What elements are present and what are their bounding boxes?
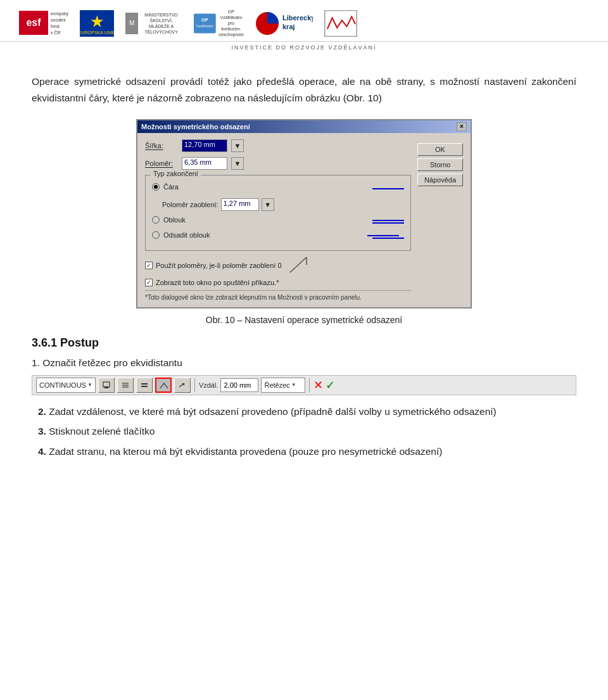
dialog-body: Šířka: 12,70 mm ▼ Poloměr: 6,35 mm ▼ T bbox=[137, 133, 471, 307]
cara-radio-dot bbox=[152, 183, 160, 191]
svg-rect-3 bbox=[194, 13, 216, 33]
steps-list: 2. Zadat vzdálenost, ve které má být ods… bbox=[38, 403, 576, 461]
intro-paragraph: Operace symetrické odsazení provádí toté… bbox=[32, 73, 576, 106]
eu-logo: ★ EVROPSKÁ UNIE bbox=[80, 10, 114, 37]
odsadit-label: Odsadit oblouk bbox=[163, 231, 210, 239]
lines-button[interactable] bbox=[117, 378, 134, 393]
retezec-value: Řetězec bbox=[264, 381, 289, 389]
cara-label: Čára bbox=[163, 183, 179, 191]
sirka-label: Šířka: bbox=[145, 142, 178, 150]
svg-text:Liberecký: Liberecký bbox=[282, 14, 313, 22]
wave-logo bbox=[324, 10, 357, 37]
main-content: Operace symetrické odsazení provádí toté… bbox=[0, 56, 608, 476]
step-2-number: 2. bbox=[38, 406, 46, 417]
checkbox-zobrazit-box[interactable]: ✓ bbox=[145, 279, 153, 286]
step-3-text: Stisknout zelené tlačítko bbox=[49, 426, 155, 436]
dialog-note: *Toto dialogové okno lze zobrazit klepnu… bbox=[145, 290, 411, 301]
svg-line-10 bbox=[290, 257, 307, 272]
svg-text:EVROPSKÁ UNIE: EVROPSKÁ UNIE bbox=[80, 30, 114, 35]
offset-button[interactable] bbox=[155, 378, 172, 393]
polomer-label: Poloměr: bbox=[145, 160, 178, 167]
polomer-input[interactable]: 6,35 mm bbox=[182, 157, 227, 170]
sirka-input[interactable]: 12,70 mm bbox=[182, 139, 227, 152]
group-legend: Typ zakončení bbox=[151, 170, 201, 177]
napoveda-button[interactable]: Nápověda bbox=[417, 174, 463, 186]
brush-button[interactable] bbox=[98, 378, 115, 393]
svg-rect-12 bbox=[103, 382, 110, 387]
odsadit-preview bbox=[367, 235, 404, 239]
checkbox-zobrazit[interactable]: ✓ Zobrazit toto okno po spuštění příkazu… bbox=[145, 279, 411, 286]
step-3: 3. Stisknout zelené tlačítko bbox=[38, 423, 576, 440]
svg-text:OP: OP bbox=[201, 17, 208, 23]
typ-zakonceni-group: Typ zakončení Čára bbox=[145, 175, 411, 251]
oblouk-radio[interactable]: Oblouk bbox=[152, 216, 186, 224]
section-heading: 3.6.1 Postup bbox=[32, 336, 576, 350]
logos-container: esf evropskýsociálnífondv ČR ★ EVROPSKÁ … bbox=[19, 9, 357, 37]
page-header: esf evropskýsociálnífondv ČR ★ EVROPSKÁ … bbox=[0, 0, 608, 42]
continuous-value: CONTINUOUS bbox=[39, 381, 86, 389]
sirka-row: Šířka: 12,70 mm ▼ bbox=[145, 139, 411, 152]
dialog-window: Možnosti symetrického odsazení × Šířka: … bbox=[136, 119, 472, 309]
continuous-arrow: ▼ bbox=[87, 382, 92, 388]
double-line-button[interactable] bbox=[136, 378, 153, 393]
step-4: 4. Zadat stranu, na kterou má být ekvidi… bbox=[38, 443, 576, 461]
ok-button[interactable]: OK bbox=[417, 143, 463, 156]
dialog-title: Možnosti symetrického odsazení bbox=[141, 123, 250, 130]
cara-radio[interactable]: Čára bbox=[152, 183, 179, 191]
arrow-button[interactable] bbox=[174, 378, 191, 393]
dialog-left-panel: Šířka: 12,70 mm ▼ Poloměr: 6,35 mm ▼ T bbox=[145, 139, 411, 301]
continuous-dropdown[interactable]: CONTINUOUS ▼ bbox=[36, 378, 96, 393]
svg-text:kraj: kraj bbox=[282, 23, 295, 30]
step-4-number: 4. bbox=[38, 446, 46, 457]
vzdal-label: Vzdál. bbox=[199, 381, 218, 389]
dialog-screenshot: Možnosti symetrického odsazení × Šířka: … bbox=[32, 119, 576, 309]
pz-dropdown[interactable]: ▼ bbox=[262, 198, 274, 211]
svg-text:★: ★ bbox=[91, 14, 104, 30]
cara-line-preview bbox=[372, 188, 404, 189]
dialog-titlebar: Možnosti symetrického odsazení × bbox=[137, 120, 471, 133]
dialog-close-button[interactable]: × bbox=[457, 122, 467, 131]
checkbox-polomer-label: Použít poloměry, je-li poloměr zaoblení … bbox=[156, 262, 282, 269]
toolbar: CONTINUOUS ▼ bbox=[32, 375, 576, 395]
msmt-logo: M MINISTERSTVO ŠKOLSTVÍ,MLÁDEŽE A TĚLOVÝ… bbox=[125, 12, 182, 35]
odsadit-oblouk-radio[interactable]: Odsadit oblouk bbox=[152, 231, 210, 239]
step-2-text: Zadat vzdálenost, ve které má být odsaze… bbox=[49, 406, 497, 417]
retezec-arrow: ▼ bbox=[291, 382, 296, 388]
header-subtitle: INVESTICE DO ROZVOJE VZDĚLÁVÁNÍ bbox=[0, 42, 608, 56]
polomer-dropdown[interactable]: ▼ bbox=[231, 157, 244, 170]
oblouk-preview bbox=[372, 220, 404, 224]
toolbar-separator-2 bbox=[309, 378, 310, 392]
step-2: 2. Zadat vzdálenost, ve které má být ods… bbox=[38, 403, 576, 421]
cancel-button[interactable]: ✕ bbox=[314, 378, 323, 392]
checkbox-polomer-box[interactable]: ✓ bbox=[145, 262, 153, 269]
figure-caption: Obr. 10 – Nastavení operace symetrické o… bbox=[32, 315, 576, 325]
step-4-text: Zadat stranu, na kterou má být ekvidista… bbox=[49, 446, 442, 457]
op-logo: OP Vzdělávání OP Vzdělávánípro konkuren-… bbox=[194, 9, 244, 37]
polomer-zaobleni-input[interactable]: 1,27 mm bbox=[221, 198, 259, 211]
vzdal-input[interactable] bbox=[220, 378, 258, 392]
oblouk-radio-dot bbox=[152, 216, 160, 224]
pz-label: Poloměr zaoblení: bbox=[162, 201, 218, 208]
step-1-label: 1. Označit řetězec pro ekvidistantu bbox=[32, 357, 576, 369]
polomer-row: Poloměr: 6,35 mm ▼ bbox=[145, 157, 411, 170]
toolbar-separator-1 bbox=[194, 378, 195, 392]
checkbox-polomer[interactable]: ✓ Použít poloměry, je-li poloměr zaoblen… bbox=[145, 256, 411, 275]
svg-rect-13 bbox=[104, 386, 108, 388]
step-3-number: 3. bbox=[38, 426, 46, 436]
liberecky-kraj-logo: Liberecký kraj bbox=[256, 10, 313, 37]
dialog-right-panel: OK Storno Nápověda bbox=[417, 139, 463, 301]
svg-text:Vzdělávání: Vzdělávání bbox=[196, 24, 214, 28]
storno-button[interactable]: Storno bbox=[417, 158, 463, 171]
sirka-dropdown[interactable]: ▼ bbox=[231, 139, 244, 152]
esf-logo: esf evropskýsociálnífondv ČR bbox=[19, 11, 68, 35]
checkbox-zobrazit-label: Zobrazit toto okno po spuštění příkazu.* bbox=[156, 279, 279, 286]
oblouk-label: Oblouk bbox=[163, 216, 186, 224]
retezec-dropdown[interactable]: Řetězec ▼ bbox=[261, 378, 305, 393]
confirm-button[interactable]: ✓ bbox=[326, 378, 335, 392]
odsadit-radio-dot bbox=[152, 231, 160, 239]
